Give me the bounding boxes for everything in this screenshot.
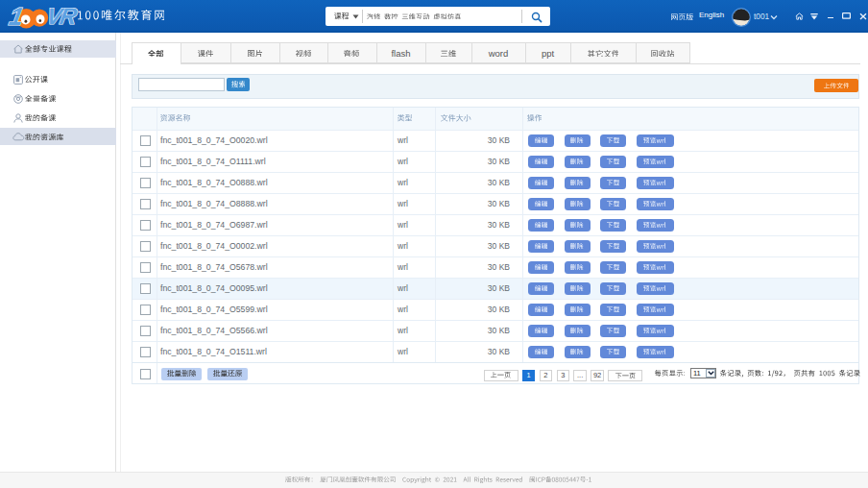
svg-text:VR: VR [44, 4, 80, 30]
